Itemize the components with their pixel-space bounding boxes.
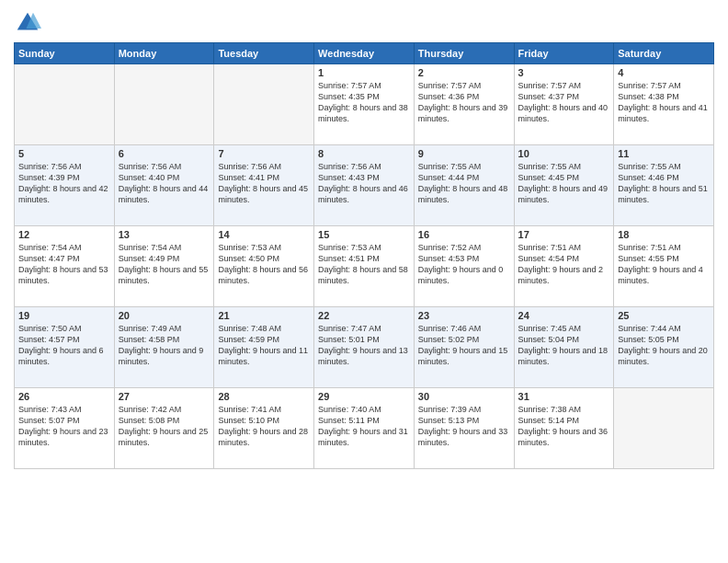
day-number: 30	[418, 391, 510, 402]
day-info: Sunrise: 7:38 AM Sunset: 5:14 PM Dayligh…	[518, 404, 610, 449]
day-number: 7	[218, 148, 310, 159]
day-info: Sunrise: 7:56 AM Sunset: 4:40 PM Dayligh…	[119, 161, 210, 206]
calendar-cell: 23Sunrise: 7:46 AM Sunset: 5:02 PM Dayli…	[414, 307, 514, 388]
calendar-week-row: 26Sunrise: 7:43 AM Sunset: 5:07 PM Dayli…	[15, 388, 714, 469]
day-info: Sunrise: 7:39 AM Sunset: 5:13 PM Dayligh…	[418, 404, 510, 449]
day-number: 16	[418, 229, 510, 240]
calendar-cell: 1Sunrise: 7:57 AM Sunset: 4:35 PM Daylig…	[314, 64, 415, 145]
day-info: Sunrise: 7:51 AM Sunset: 4:55 PM Dayligh…	[618, 242, 710, 287]
day-info: Sunrise: 7:52 AM Sunset: 4:53 PM Dayligh…	[418, 242, 510, 287]
day-info: Sunrise: 7:56 AM Sunset: 4:39 PM Dayligh…	[18, 161, 110, 206]
day-number: 28	[218, 391, 310, 402]
day-info: Sunrise: 7:48 AM Sunset: 4:59 PM Dayligh…	[218, 323, 310, 368]
day-info: Sunrise: 7:40 AM Sunset: 5:11 PM Dayligh…	[318, 404, 410, 449]
day-number: 3	[518, 67, 610, 78]
day-number: 4	[618, 67, 710, 78]
day-number: 21	[218, 310, 310, 321]
day-number: 8	[318, 148, 410, 159]
calendar-cell: 11Sunrise: 7:55 AM Sunset: 4:46 PM Dayli…	[614, 145, 714, 226]
day-info: Sunrise: 7:56 AM Sunset: 4:43 PM Dayligh…	[318, 161, 410, 206]
day-info: Sunrise: 7:54 AM Sunset: 4:47 PM Dayligh…	[18, 242, 110, 287]
calendar-cell	[214, 64, 314, 145]
calendar-header-friday: Friday	[514, 43, 614, 64]
calendar-cell	[15, 64, 115, 145]
header	[14, 9, 714, 37]
calendar-cell: 18Sunrise: 7:51 AM Sunset: 4:55 PM Dayli…	[614, 226, 714, 307]
calendar-cell: 17Sunrise: 7:51 AM Sunset: 4:54 PM Dayli…	[514, 226, 614, 307]
calendar-cell: 27Sunrise: 7:42 AM Sunset: 5:08 PM Dayli…	[114, 388, 214, 469]
day-number: 20	[119, 310, 210, 321]
calendar-cell: 4Sunrise: 7:57 AM Sunset: 4:38 PM Daylig…	[614, 64, 714, 145]
page: SundayMondayTuesdayWednesdayThursdayFrid…	[0, 0, 728, 478]
calendar-header-row: SundayMondayTuesdayWednesdayThursdayFrid…	[15, 43, 714, 64]
day-info: Sunrise: 7:41 AM Sunset: 5:10 PM Dayligh…	[218, 404, 310, 449]
calendar-header-sunday: Sunday	[15, 43, 115, 64]
logo	[14, 9, 45, 37]
calendar-header-thursday: Thursday	[414, 43, 514, 64]
calendar-header-tuesday: Tuesday	[214, 43, 314, 64]
calendar-cell: 10Sunrise: 7:55 AM Sunset: 4:45 PM Dayli…	[514, 145, 614, 226]
day-info: Sunrise: 7:51 AM Sunset: 4:54 PM Dayligh…	[518, 242, 610, 287]
day-number: 25	[618, 310, 710, 321]
day-number: 6	[119, 148, 210, 159]
calendar-cell: 2Sunrise: 7:57 AM Sunset: 4:36 PM Daylig…	[414, 64, 514, 145]
calendar-header-saturday: Saturday	[614, 43, 714, 64]
calendar-cell: 16Sunrise: 7:52 AM Sunset: 4:53 PM Dayli…	[414, 226, 514, 307]
day-number: 12	[18, 229, 110, 240]
calendar-cell: 19Sunrise: 7:50 AM Sunset: 4:57 PM Dayli…	[15, 307, 115, 388]
calendar-cell	[114, 64, 214, 145]
calendar-cell: 22Sunrise: 7:47 AM Sunset: 5:01 PM Dayli…	[314, 307, 415, 388]
calendar-cell: 28Sunrise: 7:41 AM Sunset: 5:10 PM Dayli…	[214, 388, 314, 469]
day-number: 2	[418, 67, 510, 78]
calendar-week-row: 12Sunrise: 7:54 AM Sunset: 4:47 PM Dayli…	[15, 226, 714, 307]
day-info: Sunrise: 7:44 AM Sunset: 5:05 PM Dayligh…	[618, 323, 710, 368]
day-number: 24	[518, 310, 610, 321]
day-number: 17	[518, 229, 610, 240]
day-info: Sunrise: 7:57 AM Sunset: 4:37 PM Dayligh…	[518, 80, 610, 125]
calendar-cell: 29Sunrise: 7:40 AM Sunset: 5:11 PM Dayli…	[314, 388, 415, 469]
day-info: Sunrise: 7:46 AM Sunset: 5:02 PM Dayligh…	[418, 323, 510, 368]
calendar-cell: 6Sunrise: 7:56 AM Sunset: 4:40 PM Daylig…	[114, 145, 214, 226]
day-number: 1	[318, 67, 410, 78]
day-number: 23	[418, 310, 510, 321]
calendar-cell: 31Sunrise: 7:38 AM Sunset: 5:14 PM Dayli…	[514, 388, 614, 469]
calendar-cell: 15Sunrise: 7:53 AM Sunset: 4:51 PM Dayli…	[314, 226, 415, 307]
day-number: 15	[318, 229, 410, 240]
day-info: Sunrise: 7:55 AM Sunset: 4:46 PM Dayligh…	[618, 161, 710, 206]
day-number: 31	[518, 391, 610, 402]
calendar-cell: 20Sunrise: 7:49 AM Sunset: 4:58 PM Dayli…	[114, 307, 214, 388]
day-info: Sunrise: 7:55 AM Sunset: 4:44 PM Dayligh…	[418, 161, 510, 206]
calendar-table: SundayMondayTuesdayWednesdayThursdayFrid…	[14, 42, 714, 469]
day-number: 27	[119, 391, 210, 402]
day-number: 5	[18, 148, 110, 159]
calendar-cell: 30Sunrise: 7:39 AM Sunset: 5:13 PM Dayli…	[414, 388, 514, 469]
calendar-cell: 21Sunrise: 7:48 AM Sunset: 4:59 PM Dayli…	[214, 307, 314, 388]
day-number: 26	[18, 391, 110, 402]
day-info: Sunrise: 7:53 AM Sunset: 4:50 PM Dayligh…	[218, 242, 310, 287]
day-number: 18	[618, 229, 710, 240]
calendar-cell: 25Sunrise: 7:44 AM Sunset: 5:05 PM Dayli…	[614, 307, 714, 388]
calendar-cell: 5Sunrise: 7:56 AM Sunset: 4:39 PM Daylig…	[15, 145, 115, 226]
day-info: Sunrise: 7:54 AM Sunset: 4:49 PM Dayligh…	[119, 242, 210, 287]
calendar-header-wednesday: Wednesday	[314, 43, 415, 64]
day-info: Sunrise: 7:45 AM Sunset: 5:04 PM Dayligh…	[518, 323, 610, 368]
day-number: 19	[18, 310, 110, 321]
day-info: Sunrise: 7:57 AM Sunset: 4:35 PM Dayligh…	[318, 80, 410, 125]
calendar-cell: 8Sunrise: 7:56 AM Sunset: 4:43 PM Daylig…	[314, 145, 415, 226]
day-info: Sunrise: 7:47 AM Sunset: 5:01 PM Dayligh…	[318, 323, 410, 368]
day-number: 29	[318, 391, 410, 402]
calendar-cell: 26Sunrise: 7:43 AM Sunset: 5:07 PM Dayli…	[15, 388, 115, 469]
day-number: 9	[418, 148, 510, 159]
day-number: 14	[218, 229, 310, 240]
logo-icon	[14, 9, 41, 37]
day-info: Sunrise: 7:56 AM Sunset: 4:41 PM Dayligh…	[218, 161, 310, 206]
calendar-cell: 13Sunrise: 7:54 AM Sunset: 4:49 PM Dayli…	[114, 226, 214, 307]
day-number: 11	[618, 148, 710, 159]
calendar-week-row: 19Sunrise: 7:50 AM Sunset: 4:57 PM Dayli…	[15, 307, 714, 388]
calendar-cell: 14Sunrise: 7:53 AM Sunset: 4:50 PM Dayli…	[214, 226, 314, 307]
day-number: 10	[518, 148, 610, 159]
day-info: Sunrise: 7:57 AM Sunset: 4:36 PM Dayligh…	[418, 80, 510, 125]
calendar-cell: 7Sunrise: 7:56 AM Sunset: 4:41 PM Daylig…	[214, 145, 314, 226]
calendar-cell: 24Sunrise: 7:45 AM Sunset: 5:04 PM Dayli…	[514, 307, 614, 388]
day-number: 13	[119, 229, 210, 240]
